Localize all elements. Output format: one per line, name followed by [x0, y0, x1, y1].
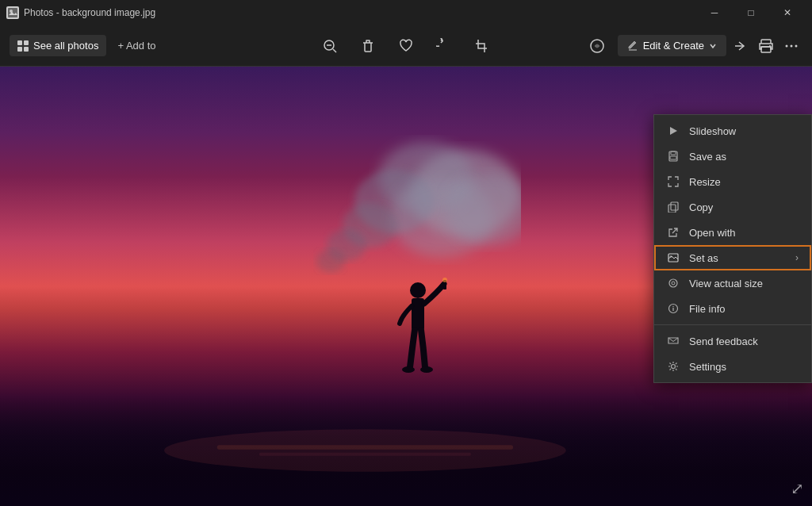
file-info-icon — [667, 302, 680, 315]
minimize-button[interactable]: ─ — [696, 0, 733, 25]
svg-rect-12 — [761, 40, 771, 44]
toolbar: See all photos + Add to — [0, 25, 812, 67]
svg-rect-13 — [761, 47, 771, 52]
svg-point-42 — [669, 279, 677, 287]
person-silhouette — [390, 276, 454, 403]
edit-create-button[interactable]: Edit & Create — [618, 35, 726, 56]
svg-point-15 — [786, 44, 788, 47]
chevron-down-icon — [709, 42, 717, 50]
menu-item-slideshow[interactable]: Slideshow — [654, 118, 811, 144]
svg-rect-34 — [259, 453, 471, 456]
more-icon — [783, 38, 799, 54]
menu-item-open-with[interactable]: Open with — [654, 220, 811, 245]
heart-icon — [398, 38, 414, 54]
svg-point-31 — [442, 278, 447, 282]
svg-rect-3 — [24, 40, 29, 45]
svg-rect-39 — [668, 205, 676, 213]
svg-line-8 — [333, 49, 336, 52]
smoke-cloud — [243, 130, 521, 289]
svg-rect-33 — [217, 445, 513, 449]
see-all-photos-button[interactable]: See all photos — [10, 35, 106, 56]
favorite-button[interactable] — [395, 35, 417, 57]
svg-rect-38 — [671, 202, 678, 210]
add-to-button[interactable]: + Add to — [109, 35, 163, 56]
more-options-button[interactable] — [780, 35, 802, 57]
svg-point-29 — [420, 366, 433, 373]
water-reflection — [81, 419, 649, 482]
print-button[interactable] — [755, 35, 777, 57]
send-feedback-icon — [667, 335, 680, 347]
close-button[interactable]: ✕ — [769, 0, 806, 25]
zoom-out-button[interactable] — [319, 35, 341, 57]
crop-icon — [474, 38, 490, 54]
svg-point-47 — [672, 365, 676, 369]
context-menu: SlideshowSave asResizeCopyOpen withSet a… — [653, 114, 812, 383]
edit-icon — [627, 40, 638, 52]
menu-item-view-actual-size[interactable]: View actual size — [654, 270, 811, 296]
svg-rect-4 — [17, 47, 22, 52]
enhance-button[interactable] — [586, 35, 608, 57]
print-icon — [758, 38, 774, 54]
window-title: Photos - background image.jpg — [24, 7, 155, 18]
set-as-icon — [667, 251, 680, 264]
svg-point-26 — [410, 282, 426, 298]
title-bar-left: Photos - background image.jpg — [6, 6, 155, 19]
menu-items-container: SlideshowSave asResizeCopyOpen withSet a… — [654, 118, 811, 379]
photos-grid-icon — [17, 40, 29, 52]
send-feedback-label: Send feedback — [689, 335, 799, 347]
copy-label: Copy — [689, 201, 799, 213]
menu-item-save-as[interactable]: Save as — [654, 144, 811, 169]
edit-create-label: Edit & Create — [643, 40, 704, 52]
menu-item-resize[interactable]: Resize — [654, 169, 811, 194]
menu-divider — [654, 324, 811, 325]
crop-button[interactable] — [471, 35, 493, 57]
open-with-icon — [667, 226, 680, 239]
menu-item-settings[interactable]: Settings — [654, 354, 811, 379]
menu-item-file-info[interactable]: File info — [654, 296, 811, 321]
share-icon — [733, 38, 749, 54]
resize-label: Resize — [689, 176, 799, 188]
set-as-label: Set as — [689, 252, 786, 264]
svg-point-25 — [316, 249, 345, 273]
maximize-button[interactable]: □ — [733, 0, 769, 25]
slideshow-icon — [667, 125, 680, 137]
zoom-out-icon — [322, 38, 338, 54]
svg-rect-2 — [17, 40, 22, 45]
svg-rect-36 — [671, 151, 676, 155]
svg-point-16 — [791, 44, 793, 47]
menu-item-set-as[interactable]: Set as› — [654, 245, 811, 270]
copy-icon — [667, 201, 680, 213]
file-info-label: File info — [689, 303, 799, 315]
enhance-icon — [589, 38, 605, 54]
save-as-label: Save as — [689, 151, 799, 163]
delete-icon — [360, 38, 376, 54]
open-with-label: Open with — [689, 227, 799, 239]
rotate-icon — [436, 38, 452, 54]
toolbar-right: Edit & Create — [586, 35, 802, 57]
image-area: SlideshowSave asResizeCopyOpen withSet a… — [0, 67, 812, 506]
svg-point-41 — [670, 255, 672, 258]
rotate-button[interactable] — [433, 35, 455, 57]
window-controls: ─ □ ✕ — [696, 0, 806, 25]
slideshow-label: Slideshow — [689, 125, 799, 137]
title-bar: Photos - background image.jpg ─ □ ✕ — [0, 0, 812, 25]
svg-point-17 — [795, 44, 798, 47]
resize-icon — [667, 175, 680, 188]
svg-point-28 — [402, 366, 415, 373]
background-image: SlideshowSave asResizeCopyOpen withSet a… — [0, 67, 812, 506]
toolbar-center — [319, 35, 493, 57]
settings-label: Settings — [689, 361, 799, 373]
svg-point-14 — [769, 45, 771, 47]
menu-item-send-feedback[interactable]: Send feedback — [654, 328, 811, 354]
toolbar-left: See all photos + Add to — [10, 35, 163, 56]
view-actual-size-icon — [667, 277, 680, 289]
menu-item-copy[interactable]: Copy — [654, 194, 811, 220]
svg-point-46 — [672, 306, 673, 307]
delete-button[interactable] — [357, 35, 379, 57]
fullscreen-button[interactable]: ⤢ — [791, 479, 804, 498]
share-button[interactable] — [730, 35, 752, 57]
save-as-icon — [667, 150, 680, 163]
settings-icon — [667, 360, 680, 373]
svg-rect-37 — [670, 156, 676, 159]
svg-point-43 — [672, 282, 675, 285]
